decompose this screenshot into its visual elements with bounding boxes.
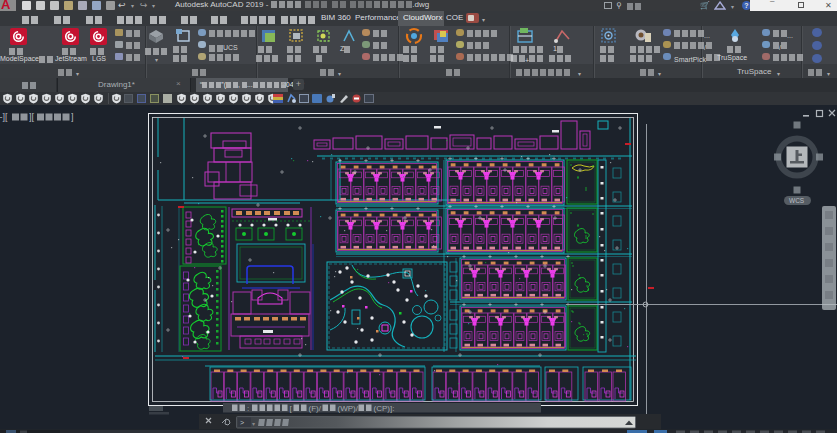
- svg-text:(CP)]:: (CP)]:: [374, 404, 395, 413]
- svg-text:(F)/: (F)/: [309, 404, 322, 413]
- svg-text:▾: ▾: [252, 421, 255, 427]
- svg-text:WCS: WCS: [789, 197, 805, 204]
- svg-text:>: >: [240, 419, 244, 427]
- svg-text:[-][: [-][: [0, 112, 8, 122]
- svg-text:][: ][: [29, 112, 35, 122]
- svg-text::: :: [247, 404, 249, 413]
- svg-text:]: ]: [71, 112, 74, 122]
- svg-text:(WP)/: (WP)/: [338, 404, 359, 413]
